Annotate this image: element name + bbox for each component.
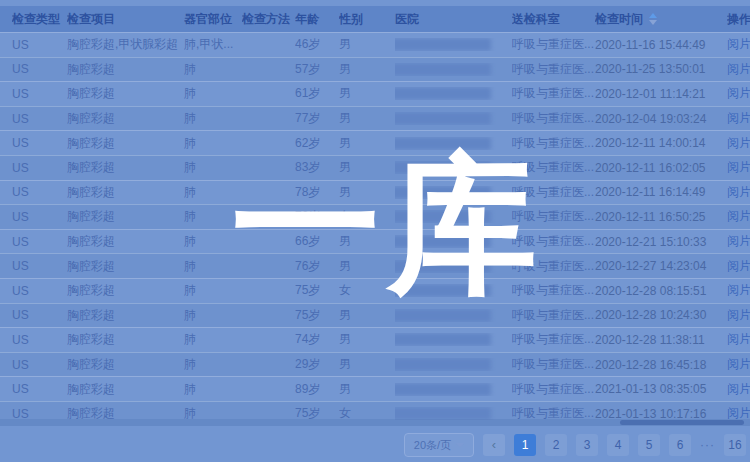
cell-organ: 肺	[184, 381, 242, 398]
sort-descending-icon[interactable]	[649, 20, 657, 25]
view-film-link[interactable]: 阅片	[727, 160, 750, 174]
view-film-link[interactable]: 阅片	[727, 185, 750, 199]
cell-organ: 肺	[184, 184, 242, 201]
cell-dept: 呼吸与重症医...	[512, 36, 595, 53]
cell-sex: 男	[339, 381, 395, 398]
cell-hospital	[395, 186, 512, 199]
page-button-6[interactable]: 6	[669, 434, 691, 456]
cell-sex: 男	[339, 184, 395, 201]
redacted-hospital-blur	[395, 63, 491, 76]
cell-time: 2020-11-16 15:44:49	[595, 38, 727, 52]
table-row: US胸腔彩超肺89岁男呼吸与重症医...2021-01-13 08:35:05阅…	[0, 376, 750, 401]
view-film-link[interactable]: 阅片	[727, 382, 750, 396]
redacted-hospital-blur	[395, 186, 491, 199]
cell-type: US	[12, 333, 67, 347]
view-film-link[interactable]: 阅片	[727, 259, 750, 273]
view-film-link[interactable]: 阅片	[727, 283, 750, 297]
cell-organ: 肺,甲状...	[184, 36, 242, 53]
horizontal-scrollbar-thumb[interactable]	[620, 420, 744, 425]
redacted-hospital-blur	[395, 284, 491, 297]
table-row: US胸腔彩超肺66岁男呼吸与重症医...2020-12-21 15:10:33阅…	[0, 229, 750, 254]
view-film-link[interactable]: 阅片	[727, 308, 750, 322]
cell-action: 阅片	[727, 159, 750, 176]
cell-hospital	[395, 358, 512, 371]
cell-age: 78岁	[295, 184, 339, 201]
page-button-2[interactable]: 2	[545, 434, 567, 456]
prev-page-button[interactable]: ‹	[483, 434, 505, 456]
cell-dept: 呼吸与重症医...	[512, 233, 595, 250]
page-size-label: 20条/页	[414, 438, 451, 453]
view-film-link[interactable]: 阅片	[727, 209, 750, 223]
table-row: US胸腔彩超肺29岁男呼吸与重症医...2020-12-28 16:45:18阅…	[0, 352, 750, 377]
cell-item: 胸腔彩超	[67, 110, 184, 127]
view-film-link[interactable]: 阅片	[727, 86, 750, 100]
cell-dept: 呼吸与重症医...	[512, 307, 595, 324]
cell-action: 阅片	[727, 307, 750, 324]
cell-age: 75岁	[295, 282, 339, 299]
view-film-link[interactable]: 阅片	[727, 136, 750, 150]
column-header-label: 性别	[339, 6, 363, 32]
cell-time: 2020-12-11 16:14:49	[595, 185, 727, 199]
cell-age: 66岁	[295, 233, 339, 250]
cell-age: 57岁	[295, 61, 339, 78]
cell-sex: 女	[339, 282, 395, 299]
cell-age: 75岁	[295, 307, 339, 324]
table-body: US胸腔彩超,甲状腺彩超肺,甲状...46岁男呼吸与重症医...2020-11-…	[0, 32, 750, 426]
sort-ascending-icon[interactable]	[649, 13, 657, 18]
page-button-5[interactable]: 5	[638, 434, 660, 456]
cell-sex: 男	[339, 110, 395, 127]
cell-item: 胸腔彩超	[67, 282, 184, 299]
view-film-link[interactable]: 阅片	[727, 62, 750, 76]
cell-time: 2020-12-11 16:50:25	[595, 210, 727, 224]
cell-organ: 肺	[184, 356, 242, 373]
cell-organ: 肺	[184, 233, 242, 250]
redacted-hospital-blur	[395, 260, 491, 273]
cell-type: US	[12, 62, 67, 76]
redacted-hospital-blur	[395, 358, 491, 371]
page-button-3[interactable]: 3	[576, 434, 598, 456]
cell-organ: 肺	[184, 159, 242, 176]
cell-age: 77岁	[295, 110, 339, 127]
cell-hospital	[395, 383, 512, 396]
cell-sex: 男	[339, 135, 395, 152]
cell-time: 2020-12-28 08:15:51	[595, 284, 727, 298]
page-button-4[interactable]: 4	[607, 434, 629, 456]
cell-item: 胸腔彩超	[67, 258, 184, 275]
cell-action: 阅片	[727, 135, 750, 152]
cell-age: 76岁	[295, 258, 339, 275]
cell-age: 29岁	[295, 356, 339, 373]
redacted-hospital-blur	[395, 309, 491, 322]
cell-organ: 肺	[184, 61, 242, 78]
cell-sex: 男	[339, 61, 395, 78]
column-header-time[interactable]: 检查时间	[595, 6, 727, 32]
cell-item: 胸腔彩超	[67, 159, 184, 176]
view-film-link[interactable]: 阅片	[727, 37, 750, 51]
view-film-link[interactable]: 阅片	[727, 332, 750, 346]
table-row: US胸腔彩超肺77岁男呼吸与重症医...2020-12-04 19:03:24阅…	[0, 106, 750, 131]
view-film-link[interactable]: 阅片	[727, 357, 750, 371]
cell-age: 83岁	[295, 159, 339, 176]
cell-time: 2020-12-28 16:45:18	[595, 358, 727, 372]
cell-sex: 女	[339, 208, 395, 225]
last-page-button[interactable]: 16	[724, 434, 746, 456]
cell-type: US	[12, 38, 67, 52]
cell-organ: 肺	[184, 85, 242, 102]
cell-dept: 呼吸与重症医...	[512, 208, 595, 225]
cell-sex: 男	[339, 85, 395, 102]
cell-dept: 呼吸与重症医...	[512, 110, 595, 127]
view-film-link[interactable]: 阅片	[727, 234, 750, 248]
page-button-1[interactable]: 1	[514, 434, 536, 456]
page-size-select[interactable]: 20条/页	[404, 433, 474, 457]
cell-dept: 呼吸与重症医...	[512, 184, 595, 201]
view-film-link[interactable]: 阅片	[727, 111, 750, 125]
cell-time: 2020-11-25 13:50:01	[595, 62, 727, 76]
table-row: US胸腔彩超肺74岁男呼吸与重症医...2020-12-28 11:38:11阅…	[0, 327, 750, 352]
pagination: 20条/页 ‹ 123456 ··· 16	[404, 432, 746, 458]
cell-sex: 男	[339, 258, 395, 275]
table-header-row: 检查类型检查项目器官部位检查方法年龄性别医院送检科室检查时间操作	[0, 6, 750, 32]
cell-sex: 男	[339, 159, 395, 176]
table-row: US胸腔彩超肺61岁男呼吸与重症医...2020-12-01 11:14:21阅…	[0, 81, 750, 106]
cell-sex: 男	[339, 356, 395, 373]
sort-icon[interactable]	[649, 13, 657, 25]
more-pages-button[interactable]: ···	[700, 438, 715, 452]
